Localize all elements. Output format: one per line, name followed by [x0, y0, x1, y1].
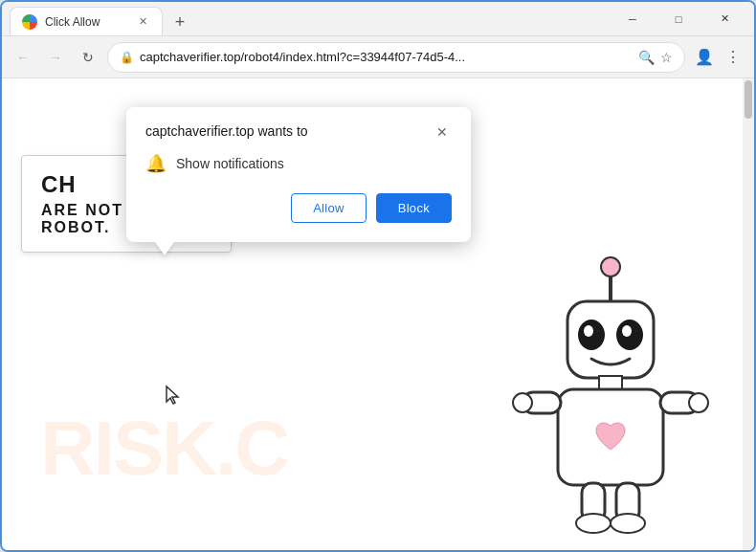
- toolbar: ← → ↻ 🔒 captchaverifier.top/robot4/index…: [2, 36, 754, 78]
- reload-button[interactable]: ↻: [75, 44, 101, 71]
- menu-button[interactable]: ⋮: [720, 44, 746, 71]
- robot-illustration: [486, 244, 735, 550]
- permission-dialog: captchaverifier.top wants to ✕ 🔔 Show no…: [126, 107, 471, 242]
- search-icon[interactable]: 🔍: [638, 50, 655, 65]
- svg-point-6: [622, 325, 632, 337]
- tab-close-button[interactable]: ✕: [135, 14, 150, 30]
- dialog-header: captchaverifier.top wants to ✕: [145, 122, 452, 142]
- bell-icon: 🔔: [145, 153, 167, 174]
- allow-button[interactable]: Allow: [291, 193, 367, 223]
- robot-svg: [486, 244, 735, 550]
- cursor: [165, 385, 182, 406]
- back-button[interactable]: ←: [10, 44, 36, 71]
- svg-point-5: [584, 325, 593, 337]
- dialog-notification-row: 🔔 Show notifications: [145, 153, 452, 174]
- address-text: captchaverifier.top/robot4/index.html?c=…: [140, 50, 633, 64]
- tab-favicon: [22, 14, 37, 30]
- svg-point-11: [513, 393, 532, 412]
- bookmark-icon[interactable]: ☆: [660, 50, 673, 65]
- toolbar-icons: 👤 ⋮: [691, 44, 746, 71]
- page-content: PHA RISK.C CH ARE NOT A ROBOT.: [2, 78, 754, 550]
- window-controls: ─ □ ✕: [611, 5, 746, 33]
- svg-point-15: [576, 514, 611, 533]
- tab-area: Click Allow ✕ +: [10, 2, 603, 35]
- block-button[interactable]: Block: [376, 193, 452, 223]
- profile-button[interactable]: 👤: [691, 44, 718, 71]
- dialog-title: captchaverifier.top wants to: [145, 122, 308, 142]
- svg-point-16: [611, 514, 645, 533]
- address-bar[interactable]: 🔒 captchaverifier.top/robot4/index.html?…: [107, 42, 685, 73]
- forward-button[interactable]: →: [42, 44, 69, 71]
- scrollbar[interactable]: [743, 78, 754, 550]
- new-tab-button[interactable]: +: [167, 9, 193, 35]
- svg-point-1: [601, 257, 620, 276]
- title-bar: Click Allow ✕ + ─ □ ✕: [2, 2, 754, 36]
- browser-tab[interactable]: Click Allow ✕: [10, 7, 163, 35]
- maximize-button[interactable]: □: [656, 5, 700, 33]
- svg-point-12: [689, 393, 708, 412]
- dialog-buttons: Allow Block: [145, 193, 452, 223]
- tab-label: Click Allow: [45, 15, 100, 29]
- close-button[interactable]: ✕: [702, 5, 746, 33]
- notification-label: Show notifications: [176, 156, 284, 171]
- dialog-close-button[interactable]: ✕: [433, 122, 452, 142]
- minimize-button[interactable]: ─: [611, 5, 655, 33]
- lock-icon: 🔒: [120, 51, 134, 64]
- scrollbar-thumb[interactable]: [745, 80, 752, 119]
- browser-window: Click Allow ✕ + ─ □ ✕ ← → ↻ 🔒 captchaver…: [0, 0, 756, 552]
